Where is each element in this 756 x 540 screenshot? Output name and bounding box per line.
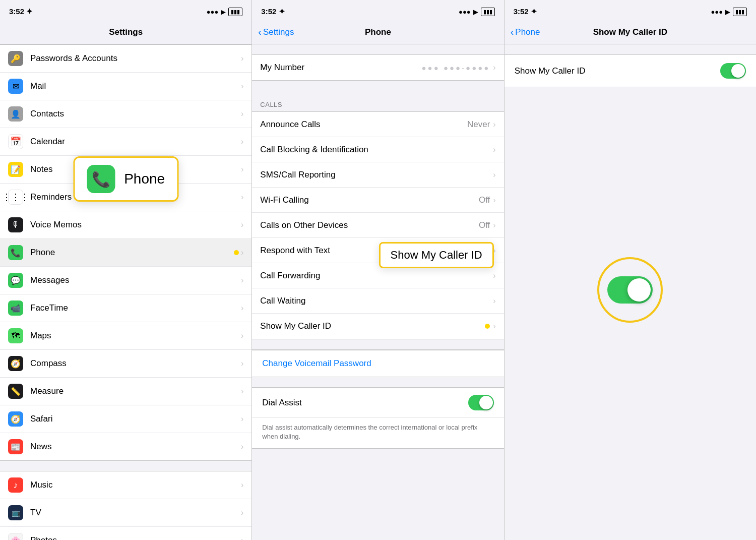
dial-assist-toggle[interactable] (468, 395, 494, 410)
news-label: News (30, 442, 241, 452)
sidebar-item-maps[interactable]: 🗺 Maps › (0, 322, 251, 350)
calls-other-devices-item[interactable]: Calls on Other Devices Off › (252, 213, 503, 238)
sidebar-item-passwords[interactable]: 🔑 Passwords & Accounts › (0, 45, 251, 73)
call-waiting-item[interactable]: Call Waiting › (252, 288, 503, 314)
sidebar-item-tv[interactable]: 📺 TV › (0, 499, 251, 527)
caller-id-highlight-text: Show My Caller ID (391, 249, 482, 261)
chevron-icon: › (493, 63, 495, 72)
calendar-icon: 📅 (8, 134, 23, 149)
settings-title: Settings (109, 27, 143, 37)
chevron-icon: › (493, 170, 495, 179)
chevron-icon: › (493, 196, 495, 205)
status-icons-3: ●●● ▶ ▮▮▮ (711, 8, 747, 16)
chevron-icon: › (241, 508, 243, 517)
my-number-group: My Number ●●● ●●●-●●●● › (252, 54, 503, 81)
sidebar-item-contacts[interactable]: 👤 Contacts › (0, 100, 251, 128)
my-number-item[interactable]: My Number ●●● ●●●-●●●● › (252, 55, 503, 80)
status-time-1: 3:52 ✦ (9, 7, 33, 16)
back-to-phone[interactable]: ‹ Phone (511, 26, 540, 38)
panel-settings: 3:52 ✦ ●●● ▶ ▮▮▮ Settings 🔑 Passwords & … (0, 0, 251, 540)
messages-label: Messages (30, 275, 241, 285)
sidebar-item-facetime[interactable]: 📹 FaceTime › (0, 294, 251, 322)
dial-assist-description: Dial assist automatically determines the… (252, 418, 503, 448)
chevron-icon: › (493, 271, 495, 280)
sidebar-item-photos[interactable]: 🌸 Photos › (0, 527, 251, 540)
sidebar-item-safari[interactable]: 🧭 Safari › (0, 405, 251, 433)
phone-settings-list[interactable]: My Number ●●● ●●●-●●●● › CALLS Announce … (252, 44, 503, 540)
chevron-icon: › (241, 331, 243, 340)
voice-memos-icon: 🎙 (8, 217, 23, 232)
music-label: Music (30, 480, 241, 490)
chevron-icon: › (241, 82, 243, 91)
caller-id-toggle-annotation (597, 257, 663, 323)
chevron-icon: › (241, 109, 243, 118)
chevron-icon: › (241, 359, 243, 368)
contacts-label: Contacts (30, 109, 241, 119)
settings-group-1: 🔑 Passwords & Accounts › ✉ Mail › 👤 Cont… (0, 44, 251, 461)
wifi-icon-2: ▶ (473, 8, 478, 16)
photos-icon: 🌸 (8, 533, 23, 540)
tv-icon: 📺 (8, 505, 23, 520)
show-caller-id-item[interactable]: Show My Caller ID › (252, 314, 503, 339)
call-blocking-item[interactable]: Call Blocking & Identification › (252, 137, 503, 162)
toggle-knob (479, 396, 493, 409)
panel-phone: 3:52 ✦ ●●● ▶ ▮▮▮ ‹ Settings Phone My Num… (251, 0, 503, 540)
sidebar-item-voice-memos[interactable]: 🎙 Voice Memos › (0, 211, 251, 239)
dial-assist-group: Dial Assist Dial assist automatically de… (252, 387, 503, 449)
phone-label: Phone (30, 248, 231, 258)
sidebar-item-calendar[interactable]: 📅 Calendar › (0, 128, 251, 156)
back-to-settings[interactable]: ‹ Settings (258, 26, 294, 38)
call-forwarding-label: Call Forwarding (260, 271, 493, 281)
phone-highlight-text: Phone (124, 171, 165, 187)
calls-group: Announce Calls Never › Call Blocking & I… (252, 111, 503, 339)
status-bar-1: 3:52 ✦ ●●● ▶ ▮▮▮ (0, 0, 251, 20)
caller-id-highlight-box: Show My Caller ID (379, 242, 494, 268)
chevron-icon: › (241, 387, 243, 396)
sidebar-item-measure[interactable]: 📏 Measure › (0, 378, 251, 405)
phone-screen-title: Phone (365, 27, 391, 37)
my-number-value: ●●● ●●●-●●●● (422, 64, 490, 72)
caller-id-toggle-row[interactable]: Show My Caller ID (505, 54, 756, 87)
announce-calls-label: Announce Calls (260, 119, 467, 130)
status-icons-1: ●●● ▶ ▮▮▮ (207, 8, 243, 16)
sidebar-item-phone[interactable]: 📞 Phone › (0, 239, 251, 267)
announce-calls-item[interactable]: Announce Calls Never › (252, 112, 503, 137)
wifi-icon: ▶ (221, 8, 226, 16)
battery-icon-2: ▮▮▮ (481, 8, 495, 16)
calendar-label: Calendar (30, 137, 241, 147)
wifi-calling-item[interactable]: Wi-Fi Calling Off › (252, 188, 503, 213)
maps-label: Maps (30, 331, 241, 341)
music-icon: ♪ (8, 477, 23, 493)
signal-icon-3: ●●● (711, 8, 723, 16)
tv-label: TV (30, 508, 241, 518)
sidebar-item-messages[interactable]: 💬 Messages › (0, 267, 251, 294)
voicemail-group: Change Voicemail Password (252, 349, 503, 377)
dial-assist-row[interactable]: Dial Assist (252, 388, 503, 418)
caller-id-screen-title: Show My Caller ID (593, 27, 667, 37)
compass-label: Compass (30, 358, 241, 369)
news-icon: 📰 (8, 439, 23, 454)
change-voicemail-password-item[interactable]: Change Voicemail Password (252, 350, 503, 377)
sidebar-item-music[interactable]: ♪ Music › (0, 471, 251, 499)
signal-icon: ●●● (207, 8, 219, 16)
sidebar-item-compass[interactable]: 🧭 Compass › (0, 350, 251, 378)
mail-icon: ✉ (8, 79, 23, 94)
nav-bar-settings: Settings (0, 20, 251, 44)
big-toggle-knob (627, 278, 651, 302)
chevron-icon: › (493, 145, 495, 154)
settings-group-2: ♪ Music › 📺 TV › 🌸 Photos › (0, 471, 251, 540)
caller-id-row-label: Show My Caller ID (515, 66, 720, 76)
toggle-knob-2 (731, 64, 745, 78)
big-toggle-display (607, 276, 653, 304)
sidebar-item-news[interactable]: 📰 News › (0, 433, 251, 460)
panel-caller-id: 3:52 ✦ ●●● ▶ ▮▮▮ ‹ Phone Show My Caller … (504, 0, 756, 540)
reminders-icon: ⋮⋮⋮ (8, 190, 23, 205)
messages-icon: 💬 (8, 273, 23, 288)
settings-list[interactable]: 🔑 Passwords & Accounts › ✉ Mail › 👤 Cont… (0, 44, 251, 540)
sms-reporting-item[interactable]: SMS/Call Reporting › (252, 162, 503, 188)
sidebar-item-mail[interactable]: ✉ Mail › (0, 73, 251, 100)
safari-label: Safari (30, 414, 241, 424)
calls-other-devices-value: Off (479, 220, 490, 230)
phone-notification-dot (234, 250, 239, 255)
show-caller-id-toggle[interactable] (720, 63, 746, 79)
